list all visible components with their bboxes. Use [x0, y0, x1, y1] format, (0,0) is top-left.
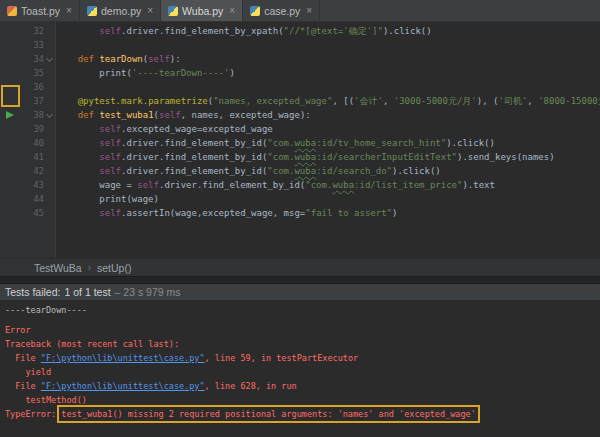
- tab-close-icon[interactable]: ×: [306, 6, 312, 16]
- python-file-icon: [7, 6, 17, 16]
- fold-cell: [44, 192, 56, 206]
- python-file-icon: [168, 6, 178, 16]
- code-text: print(wage): [56, 192, 159, 206]
- line-number: 39: [20, 122, 44, 136]
- python-file-icon: [87, 6, 97, 16]
- run-test-icon[interactable]: [6, 111, 14, 119]
- tab-close-icon[interactable]: ×: [66, 6, 72, 16]
- code-text: self.excepted_wage=excepted_wage: [56, 122, 273, 136]
- console-line: TypeError: test_wuba1() missing 2 requir…: [5, 407, 600, 421]
- code-line: 36: [0, 80, 600, 94]
- gutter-icon-cell: [0, 108, 20, 122]
- line-number: 45: [20, 206, 44, 220]
- gutter-icon-cell: [0, 150, 20, 164]
- test-status-text: Tests failed:: [5, 286, 60, 298]
- line-number: 34: [20, 52, 44, 66]
- line-number: 32: [20, 24, 44, 38]
- annotation-highlight-gutter: [1, 85, 20, 107]
- tab-label: Wuba.py: [182, 5, 223, 17]
- code-line: 41 self.driver.find_element_by_id("com.w…: [0, 150, 600, 164]
- fold-cell: [44, 38, 56, 52]
- tab-demo-py[interactable]: demo.py×: [80, 0, 161, 21]
- annotation-highlight-error: test_wuba1() missing 2 required position…: [61, 409, 476, 419]
- fold-cell: [44, 136, 56, 150]
- gutter-icon-cell: [0, 122, 20, 136]
- code-line: 38 def test_wuba1(self, names, excepted_…: [0, 108, 600, 122]
- code-text: print('----tearDown----'): [56, 66, 235, 80]
- code-line: 33: [0, 38, 600, 52]
- breadcrumb-method[interactable]: setUp(): [97, 262, 131, 274]
- gutter-icon-cell: [0, 66, 20, 80]
- tab-Wuba-py[interactable]: Wuba.py×: [161, 0, 243, 21]
- code-line: 45 self.assertIn(wage,excepted_wage, msg…: [0, 206, 600, 220]
- gutter-icon-cell: [0, 164, 20, 178]
- fold-cell: [44, 206, 56, 220]
- fold-cell: [44, 94, 56, 108]
- code-line: 42 self.driver.find_element_by_id("com.w…: [0, 164, 600, 178]
- fold-cell: [44, 24, 56, 38]
- fold-cell: [44, 178, 56, 192]
- fold-cell: [44, 108, 56, 122]
- fold-expanded-icon[interactable]: [46, 55, 53, 62]
- console-line: yield: [5, 365, 600, 379]
- code-editor[interactable]: 32 self.driver.find_element_by_xpath("//…: [0, 22, 600, 258]
- fold-cell: [44, 66, 56, 80]
- gutter-icon-cell: [0, 178, 20, 192]
- code-line: 32 self.driver.find_element_by_xpath("//…: [0, 24, 600, 38]
- tab-label: Toast.py: [21, 5, 60, 17]
- gutter-icon-cell: [0, 52, 20, 66]
- console-line: Error: [5, 323, 600, 337]
- code-line: 43 wage = self.driver.find_element_by_id…: [0, 178, 600, 192]
- fold-cell: [44, 164, 56, 178]
- python-file-icon: [250, 6, 260, 16]
- console-file-link[interactable]: "F:\python\lib\unittest\case.py": [41, 381, 205, 391]
- line-number: 37: [20, 94, 44, 108]
- code-text: self.driver.find_element_by_id("com.wuba…: [56, 136, 495, 150]
- code-text: def test_wuba1(self, names, excepted_wag…: [56, 108, 311, 122]
- code-line: 34 def tearDown(self):: [0, 52, 600, 66]
- code-text: self.assertIn(wage,excepted_wage, msg="f…: [56, 206, 397, 220]
- console-line: testMethod(): [5, 393, 600, 407]
- console-file-link[interactable]: "F:\python\lib\unittest\case.py": [41, 353, 205, 363]
- line-number: 43: [20, 178, 44, 192]
- fold-cell: [44, 122, 56, 136]
- fold-cell: [44, 52, 56, 66]
- pycharm-window: Toast.py×demo.py×Wuba.py×case.py× 32 sel…: [0, 0, 600, 437]
- code-text: wage = self.driver.find_element_by_id("c…: [56, 178, 495, 192]
- code-line: 44 print(wage): [0, 192, 600, 206]
- fold-expanded-icon[interactable]: [46, 111, 53, 118]
- line-number: 36: [20, 80, 44, 94]
- editor-lines: 32 self.driver.find_element_by_xpath("//…: [0, 24, 600, 220]
- code-text: @pytest.mark.parametrize("names, excepte…: [56, 94, 600, 108]
- line-number: 40: [20, 136, 44, 150]
- console-line: Traceback (most recent call last):: [5, 337, 600, 351]
- breadcrumb-class[interactable]: TestWuBa: [34, 262, 82, 274]
- editor-tabs: Toast.py×demo.py×Wuba.py×case.py×: [0, 0, 600, 22]
- panel-splitter[interactable]: [0, 276, 600, 284]
- code-text: self.driver.find_element_by_id("com.wuba…: [56, 164, 441, 178]
- code-text: self.driver.find_element_by_xpath("//*[@…: [56, 24, 432, 38]
- code-line: 40 self.driver.find_element_by_id("com.w…: [0, 136, 600, 150]
- chevron-right-icon: ›: [88, 262, 91, 273]
- test-count: 1 of 1 test: [64, 286, 110, 298]
- tab-close-icon[interactable]: ×: [147, 6, 153, 16]
- tab-close-icon[interactable]: ×: [229, 6, 235, 16]
- test-duration: – 23 s 979 ms: [115, 286, 181, 298]
- tab-case-py[interactable]: case.py×: [243, 0, 320, 21]
- code-text: def tearDown(self):: [56, 52, 181, 66]
- tab-label: demo.py: [101, 5, 141, 17]
- console-line: File "F:\python\lib\unittest\case.py", l…: [5, 351, 600, 365]
- gutter-icon-cell: [0, 136, 20, 150]
- line-number: 35: [20, 66, 44, 80]
- code-line: 37 @pytest.mark.parametrize("names, exce…: [0, 94, 600, 108]
- gutter-icon-cell: [0, 192, 20, 206]
- fold-cell: [44, 150, 56, 164]
- tab-label: case.py: [264, 5, 300, 17]
- tab-Toast-py[interactable]: Toast.py×: [0, 0, 80, 21]
- gutter-icon-cell: [0, 206, 20, 220]
- test-console[interactable]: ----tearDown----ErrorTraceback (most rec…: [0, 300, 600, 437]
- line-number: 33: [20, 38, 44, 52]
- test-status-bar: Tests failed: 1 of 1 test – 23 s 979 ms: [0, 284, 600, 300]
- code-text: self.driver.find_element_by_id("com.wuba…: [56, 150, 555, 164]
- line-number: 42: [20, 164, 44, 178]
